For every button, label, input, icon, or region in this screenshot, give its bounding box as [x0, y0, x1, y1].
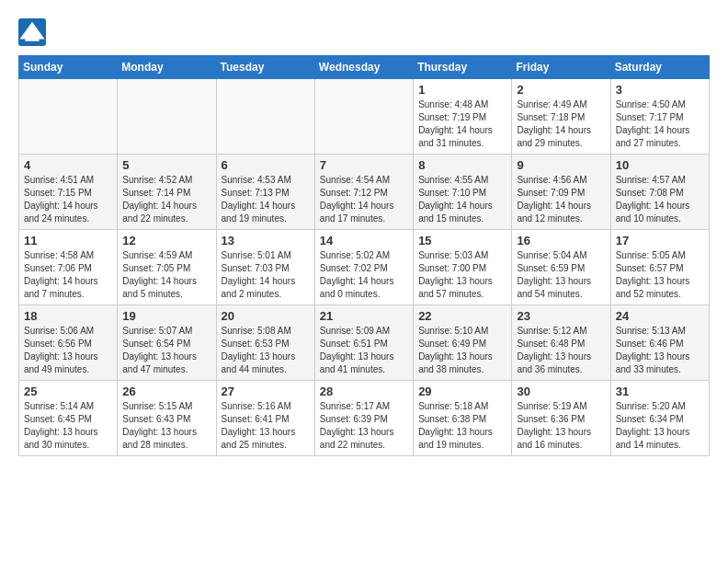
day-info: Sunrise: 4:55 AM Sunset: 7:10 PM Dayligh…: [418, 174, 506, 225]
weekday-header: Tuesday: [216, 56, 314, 79]
day-info: Sunrise: 5:08 AM Sunset: 6:53 PM Dayligh…: [222, 325, 310, 376]
day-info: Sunrise: 4:53 AM Sunset: 7:13 PM Dayligh…: [222, 174, 310, 225]
calendar-cell: 17Sunrise: 5:05 AM Sunset: 6:57 PM Dayli…: [610, 230, 709, 305]
calendar-week-row: 4Sunrise: 4:51 AM Sunset: 7:15 PM Daylig…: [19, 155, 710, 230]
logo: [18, 18, 50, 46]
day-number: 18: [24, 309, 112, 323]
day-info: Sunrise: 5:09 AM Sunset: 6:51 PM Dayligh…: [320, 325, 408, 376]
calendar-cell: 21Sunrise: 5:09 AM Sunset: 6:51 PM Dayli…: [314, 305, 413, 381]
weekday-header: Wednesday: [314, 56, 413, 79]
calendar-cell: 6Sunrise: 4:53 AM Sunset: 7:13 PM Daylig…: [216, 155, 314, 230]
day-number: 8: [418, 158, 506, 172]
calendar-cell: 28Sunrise: 5:17 AM Sunset: 6:39 PM Dayli…: [314, 381, 413, 456]
calendar-cell: 18Sunrise: 5:06 AM Sunset: 6:56 PM Dayli…: [19, 305, 118, 381]
calendar-cell: 4Sunrise: 4:51 AM Sunset: 7:15 PM Daylig…: [19, 155, 118, 230]
day-info: Sunrise: 4:56 AM Sunset: 7:09 PM Dayligh…: [517, 174, 605, 225]
calendar-cell: 26Sunrise: 5:15 AM Sunset: 6:43 PM Dayli…: [118, 381, 216, 456]
calendar-week-row: 11Sunrise: 4:58 AM Sunset: 7:06 PM Dayli…: [19, 230, 710, 305]
calendar-header-row: SundayMondayTuesdayWednesdayThursdayFrid…: [19, 56, 710, 79]
calendar-week-row: 1Sunrise: 4:48 AM Sunset: 7:19 PM Daylig…: [19, 79, 710, 155]
day-number: 7: [320, 158, 408, 172]
calendar-cell: 23Sunrise: 5:12 AM Sunset: 6:48 PM Dayli…: [512, 305, 610, 381]
calendar-cell: 22Sunrise: 5:10 AM Sunset: 6:49 PM Dayli…: [414, 305, 512, 381]
calendar-cell: 19Sunrise: 5:07 AM Sunset: 6:54 PM Dayli…: [118, 305, 216, 381]
day-number: 5: [122, 158, 210, 172]
day-number: 15: [418, 234, 506, 247]
day-number: 17: [616, 234, 704, 247]
calendar-cell: 1Sunrise: 4:48 AM Sunset: 7:19 PM Daylig…: [414, 79, 512, 155]
calendar-cell: 15Sunrise: 5:03 AM Sunset: 7:00 PM Dayli…: [414, 230, 512, 305]
day-info: Sunrise: 5:01 AM Sunset: 7:03 PM Dayligh…: [222, 249, 310, 301]
day-number: 24: [616, 309, 704, 323]
day-info: Sunrise: 5:03 AM Sunset: 7:00 PM Dayligh…: [418, 249, 506, 301]
calendar-cell: 2Sunrise: 4:49 AM Sunset: 7:18 PM Daylig…: [512, 79, 610, 155]
day-number: 11: [24, 234, 112, 247]
calendar-cell: 30Sunrise: 5:19 AM Sunset: 6:36 PM Dayli…: [512, 381, 610, 456]
calendar-cell: 31Sunrise: 5:20 AM Sunset: 6:34 PM Dayli…: [610, 381, 709, 456]
day-number: 10: [616, 158, 704, 172]
day-number: 30: [517, 385, 605, 398]
day-number: 3: [616, 83, 704, 97]
svg-rect-2: [26, 38, 40, 41]
day-info: Sunrise: 5:06 AM Sunset: 6:56 PM Dayligh…: [24, 325, 112, 376]
calendar-cell: 20Sunrise: 5:08 AM Sunset: 6:53 PM Dayli…: [216, 305, 314, 381]
calendar-week-row: 25Sunrise: 5:14 AM Sunset: 6:45 PM Dayli…: [19, 381, 710, 456]
day-info: Sunrise: 4:48 AM Sunset: 7:19 PM Dayligh…: [418, 98, 506, 150]
calendar-cell: 12Sunrise: 4:59 AM Sunset: 7:05 PM Dayli…: [118, 230, 216, 305]
day-number: 12: [122, 234, 210, 247]
day-number: 21: [320, 309, 408, 323]
day-info: Sunrise: 4:58 AM Sunset: 7:06 PM Dayligh…: [24, 249, 112, 301]
calendar-cell: 25Sunrise: 5:14 AM Sunset: 6:45 PM Dayli…: [19, 381, 118, 456]
weekday-header: Monday: [118, 56, 216, 79]
day-number: 2: [517, 83, 605, 97]
calendar-cell: 10Sunrise: 4:57 AM Sunset: 7:08 PM Dayli…: [610, 155, 709, 230]
day-info: Sunrise: 5:19 AM Sunset: 6:36 PM Dayligh…: [517, 400, 605, 452]
day-info: Sunrise: 4:51 AM Sunset: 7:15 PM Dayligh…: [24, 174, 112, 225]
day-number: 9: [517, 158, 605, 172]
day-info: Sunrise: 4:59 AM Sunset: 7:05 PM Dayligh…: [122, 249, 210, 301]
weekday-header: Sunday: [19, 56, 118, 79]
day-info: Sunrise: 5:16 AM Sunset: 6:41 PM Dayligh…: [222, 400, 310, 452]
day-info: Sunrise: 5:18 AM Sunset: 6:38 PM Dayligh…: [418, 400, 506, 452]
calendar-cell: 24Sunrise: 5:13 AM Sunset: 6:46 PM Dayli…: [610, 305, 709, 381]
calendar-cell: [314, 79, 413, 155]
day-info: Sunrise: 5:20 AM Sunset: 6:34 PM Dayligh…: [616, 400, 704, 452]
day-number: 27: [222, 385, 310, 398]
day-number: 29: [418, 385, 506, 398]
day-number: 25: [24, 385, 112, 398]
calendar-cell: 27Sunrise: 5:16 AM Sunset: 6:41 PM Dayli…: [216, 381, 314, 456]
day-info: Sunrise: 4:52 AM Sunset: 7:14 PM Dayligh…: [122, 174, 210, 225]
day-info: Sunrise: 5:10 AM Sunset: 6:49 PM Dayligh…: [418, 325, 506, 376]
calendar-cell: [118, 79, 216, 155]
day-info: Sunrise: 4:57 AM Sunset: 7:08 PM Dayligh…: [616, 174, 704, 225]
calendar-cell: 13Sunrise: 5:01 AM Sunset: 7:03 PM Dayli…: [216, 230, 314, 305]
calendar-cell: 9Sunrise: 4:56 AM Sunset: 7:09 PM Daylig…: [512, 155, 610, 230]
calendar-cell: 5Sunrise: 4:52 AM Sunset: 7:14 PM Daylig…: [118, 155, 216, 230]
day-info: Sunrise: 4:49 AM Sunset: 7:18 PM Dayligh…: [517, 98, 605, 150]
day-number: 23: [517, 309, 605, 323]
day-number: 6: [222, 158, 310, 172]
page-header: [18, 18, 710, 46]
day-number: 31: [616, 385, 704, 398]
weekday-header: Friday: [512, 56, 610, 79]
day-info: Sunrise: 5:07 AM Sunset: 6:54 PM Dayligh…: [122, 325, 210, 376]
logo-icon: [18, 18, 46, 46]
day-number: 26: [122, 385, 210, 398]
day-number: 20: [222, 309, 310, 323]
day-number: 14: [320, 234, 408, 247]
day-number: 22: [418, 309, 506, 323]
calendar-table: SundayMondayTuesdayWednesdayThursdayFrid…: [18, 55, 710, 456]
day-number: 1: [418, 83, 506, 97]
calendar-cell: [19, 79, 118, 155]
calendar-cell: [216, 79, 314, 155]
day-number: 13: [222, 234, 310, 247]
weekday-header: Saturday: [610, 56, 709, 79]
calendar-cell: 11Sunrise: 4:58 AM Sunset: 7:06 PM Dayli…: [19, 230, 118, 305]
day-number: 16: [517, 234, 605, 247]
day-info: Sunrise: 5:12 AM Sunset: 6:48 PM Dayligh…: [517, 325, 605, 376]
calendar-cell: 14Sunrise: 5:02 AM Sunset: 7:02 PM Dayli…: [314, 230, 413, 305]
day-info: Sunrise: 5:05 AM Sunset: 6:57 PM Dayligh…: [616, 249, 704, 301]
day-number: 4: [24, 158, 112, 172]
day-info: Sunrise: 5:15 AM Sunset: 6:43 PM Dayligh…: [122, 400, 210, 452]
calendar-cell: 7Sunrise: 4:54 AM Sunset: 7:12 PM Daylig…: [314, 155, 413, 230]
